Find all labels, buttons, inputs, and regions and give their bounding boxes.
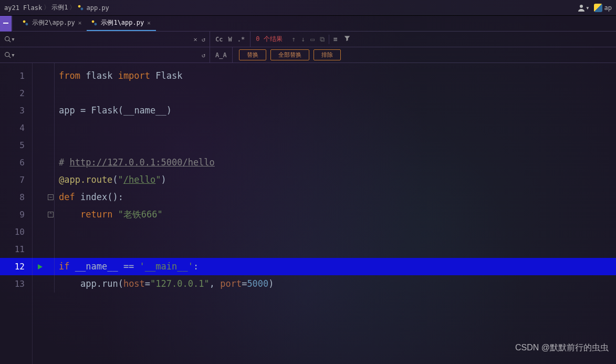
preserve-case-toggle[interactable]: A̲A xyxy=(215,51,227,59)
editor-tabs: 示例2\app.py ✕ 示例1\app.py ✕ xyxy=(13,16,156,31)
replace-button[interactable]: 替换 xyxy=(239,49,266,60)
line-number[interactable]: 10 xyxy=(0,223,32,241)
line-number[interactable]: 7 xyxy=(0,171,32,189)
editor-header: 示例2\app.py ✕ 示例1\app.py ✕ xyxy=(0,16,616,32)
svg-point-8 xyxy=(5,37,9,41)
svg-rect-3 xyxy=(3,23,8,24)
match-case-toggle[interactable]: Cc xyxy=(215,36,223,43)
history-icon[interactable]: ↺ xyxy=(202,36,205,43)
tab-label: 示例1\app.py xyxy=(101,18,144,27)
search-icon[interactable]: ▾ xyxy=(0,35,19,43)
replace-input[interactable] xyxy=(19,47,197,63)
fold-end-icon[interactable]: ⌃ xyxy=(47,206,54,223)
line-number[interactable]: 9 xyxy=(0,206,32,223)
python-file-icon xyxy=(22,19,29,26)
code-line[interactable]: return "老铁666" xyxy=(59,206,616,223)
svg-point-7 xyxy=(95,23,97,26)
python-file-icon xyxy=(91,19,98,26)
search-icon[interactable]: ▾ xyxy=(0,51,19,59)
close-icon[interactable]: ✕ xyxy=(78,19,82,26)
python-env-icon[interactable]: ap xyxy=(594,4,612,12)
fold-start-icon[interactable]: − xyxy=(47,189,54,206)
tab-file-2[interactable]: 示例1\app.py ✕ xyxy=(87,16,155,31)
code-line[interactable]: app.run(host="127.0.0.1", port=5000) xyxy=(59,275,616,293)
find-bar: ▾ ✕ ↺ Cc W .* 0 个结果 ↑ ↓ ▭ ⧉ ≡ xyxy=(0,32,616,47)
line-number[interactable]: 8 xyxy=(0,189,32,206)
code-line[interactable]: app = Flask(__name__) xyxy=(59,102,616,119)
svg-point-1 xyxy=(81,8,83,11)
svg-point-5 xyxy=(26,23,28,26)
breadcrumb-bar: ay21 Flask 〉 示例1 〉 app.py ▾ ap xyxy=(0,0,616,16)
filter-icon[interactable] xyxy=(344,35,350,43)
select-all-icon[interactable]: ▭ xyxy=(310,35,315,43)
python-file-icon xyxy=(77,4,84,11)
replace-bar: ▾ ↺ A̲A 替换 全部替换 排除 xyxy=(0,47,616,63)
code-line[interactable]: # http://127.0.0.1:5000/hello xyxy=(59,154,616,171)
tab-label: 示例2\app.py xyxy=(32,18,75,27)
code-line[interactable]: @app.route("/hello") xyxy=(59,171,616,189)
replace-all-button[interactable]: 全部替换 xyxy=(270,49,309,60)
svg-point-6 xyxy=(92,20,95,23)
svg-point-2 xyxy=(580,5,583,8)
whole-word-toggle[interactable]: W xyxy=(228,36,232,43)
tab-file-1[interactable]: 示例2\app.py ✕ xyxy=(18,16,87,31)
user-icon[interactable]: ▾ xyxy=(577,4,589,12)
code-line[interactable]: from flask import Flask xyxy=(59,67,616,85)
code-line[interactable] xyxy=(59,119,616,137)
svg-point-0 xyxy=(78,5,81,8)
clear-icon[interactable]: ✕ xyxy=(194,36,197,43)
split-left-button[interactable] xyxy=(0,16,13,32)
exclude-button[interactable]: 排除 xyxy=(314,49,341,60)
line-number[interactable]: 13 xyxy=(0,275,32,293)
svg-point-4 xyxy=(23,20,26,23)
code-line[interactable] xyxy=(59,137,616,154)
line-number[interactable]: 1 xyxy=(0,67,32,85)
add-selection-icon[interactable]: ⧉ xyxy=(320,35,325,44)
line-number[interactable]: 4 xyxy=(0,119,32,137)
svg-marker-12 xyxy=(38,264,43,269)
run-line-icon[interactable] xyxy=(33,258,47,275)
prev-match-icon[interactable]: ↑ xyxy=(292,35,296,43)
settings-icon[interactable]: ≡ xyxy=(333,35,338,43)
code-editor[interactable]: 12345678910111213 −⌃ from flask import F… xyxy=(0,63,616,364)
close-icon[interactable]: ✕ xyxy=(147,19,151,26)
code-line[interactable] xyxy=(59,241,616,258)
history-icon[interactable]: ↺ xyxy=(202,51,205,59)
breadcrumb-item[interactable]: 示例1 xyxy=(51,3,68,12)
line-number[interactable]: 2 xyxy=(0,85,32,102)
line-number[interactable]: 11 xyxy=(0,241,32,258)
breadcrumb-item-current[interactable]: app.py xyxy=(77,4,109,12)
line-number[interactable]: 12 xyxy=(0,258,32,275)
line-number[interactable]: 6 xyxy=(0,154,32,171)
breadcrumb-item[interactable]: ay21 Flask xyxy=(4,4,42,12)
next-match-icon[interactable]: ↓ xyxy=(301,35,305,43)
svg-line-9 xyxy=(9,40,11,42)
line-number[interactable]: 5 xyxy=(0,137,32,154)
code-line[interactable]: if __name__ == '__main__': xyxy=(59,258,616,275)
line-number[interactable]: 3 xyxy=(0,102,32,119)
svg-point-10 xyxy=(5,53,9,57)
regex-toggle[interactable]: .* xyxy=(237,36,245,43)
svg-line-11 xyxy=(9,56,11,58)
result-count: 0 个结果 xyxy=(250,35,287,44)
find-input[interactable] xyxy=(19,32,190,47)
code-line[interactable]: def index(): xyxy=(59,189,616,206)
gutter: 12345678910111213 xyxy=(0,63,33,364)
code-line[interactable] xyxy=(59,223,616,241)
code-line[interactable] xyxy=(59,85,616,102)
